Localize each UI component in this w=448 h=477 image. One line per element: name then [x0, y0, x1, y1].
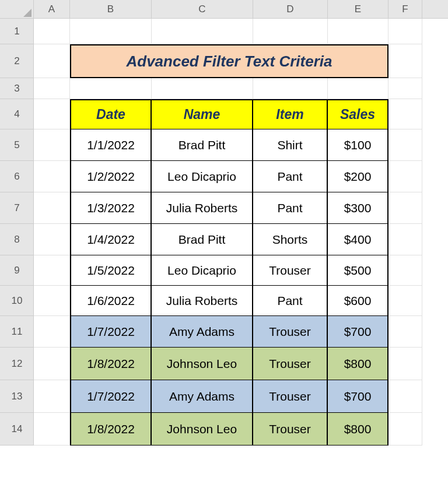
cell-B5[interactable]: 1/1/2022	[70, 129, 152, 161]
cell-F13[interactable]	[388, 380, 422, 413]
cell-F8[interactable]	[388, 224, 422, 255]
cell-A13[interactable]	[34, 380, 70, 413]
cell-D9[interactable]: Trouser	[253, 255, 328, 286]
table-header-item[interactable]: Item	[253, 99, 328, 129]
row-header-14[interactable]: 14	[0, 413, 34, 446]
cell-E6[interactable]: $200	[328, 161, 388, 192]
cell-B14[interactable]: 1/8/2022	[70, 413, 152, 446]
cell-C7[interactable]: Julia Roberts	[152, 192, 253, 224]
cell-F12[interactable]	[388, 348, 422, 380]
cell-A7[interactable]	[34, 192, 70, 224]
row-header-11[interactable]: 11	[0, 316, 34, 348]
cell-E1[interactable]	[328, 19, 388, 44]
column-header-D[interactable]: D	[253, 0, 328, 19]
cell-B13[interactable]: 1/7/2022	[70, 380, 152, 413]
cell-C1[interactable]	[152, 19, 253, 44]
cell-E14[interactable]: $800	[328, 413, 388, 446]
cell-C3[interactable]	[152, 78, 253, 99]
cell-B7[interactable]: 1/3/2022	[70, 192, 152, 224]
cell-E8[interactable]: $400	[328, 224, 388, 255]
cell-B1[interactable]	[70, 19, 152, 44]
cell-F3[interactable]	[388, 78, 422, 99]
cell-A4[interactable]	[34, 99, 70, 129]
cell-B10[interactable]: 1/6/2022	[70, 286, 152, 316]
cell-F1[interactable]	[388, 19, 422, 44]
cell-E5[interactable]: $100	[328, 129, 388, 161]
cell-F4[interactable]	[388, 99, 422, 129]
cell-D14[interactable]: Trouser	[253, 413, 328, 446]
cell-B9[interactable]: 1/5/2022	[70, 255, 152, 286]
cell-C11[interactable]: Amy Adams	[152, 316, 253, 348]
cell-E10[interactable]: $600	[328, 286, 388, 316]
cell-A5[interactable]	[34, 129, 70, 161]
cell-B6[interactable]: 1/2/2022	[70, 161, 152, 192]
row-header-13[interactable]: 13	[0, 380, 34, 413]
cell-A12[interactable]	[34, 348, 70, 380]
cell-A6[interactable]	[34, 161, 70, 192]
cell-D6[interactable]: Pant	[253, 161, 328, 192]
row-header-2[interactable]: 2	[0, 44, 34, 78]
cell-E12[interactable]: $800	[328, 348, 388, 380]
cell-D7[interactable]: Pant	[253, 192, 328, 224]
select-all-corner[interactable]	[0, 0, 34, 19]
row-header-8[interactable]: 8	[0, 224, 34, 255]
cell-E9[interactable]: $500	[328, 255, 388, 286]
cell-B11[interactable]: 1/7/2022	[70, 316, 152, 348]
cell-F11[interactable]	[388, 316, 422, 348]
cell-C14[interactable]: Johnson Leo	[152, 413, 253, 446]
title-cell[interactable]: Advanced Filter Text Criteria	[70, 44, 388, 78]
cell-C5[interactable]: Brad Pitt	[152, 129, 253, 161]
cell-D3[interactable]	[253, 78, 328, 99]
column-header-E[interactable]: E	[328, 0, 388, 19]
row-header-4[interactable]: 4	[0, 99, 34, 129]
cell-D12[interactable]: Trouser	[253, 348, 328, 380]
cell-F14[interactable]	[388, 413, 422, 446]
row-header-7[interactable]: 7	[0, 192, 34, 224]
table-header-name[interactable]: Name	[152, 99, 253, 129]
cell-E13[interactable]: $700	[328, 380, 388, 413]
column-header-C[interactable]: C	[152, 0, 253, 19]
cell-A9[interactable]	[34, 255, 70, 286]
row-header-5[interactable]: 5	[0, 129, 34, 161]
cell-F2[interactable]	[388, 44, 422, 78]
cell-F5[interactable]	[388, 129, 422, 161]
cell-D10[interactable]: Pant	[253, 286, 328, 316]
cell-F6[interactable]	[388, 161, 422, 192]
row-header-12[interactable]: 12	[0, 348, 34, 380]
cell-A1[interactable]	[34, 19, 70, 44]
cell-E11[interactable]: $700	[328, 316, 388, 348]
row-header-6[interactable]: 6	[0, 161, 34, 192]
cell-A14[interactable]	[34, 413, 70, 446]
table-header-date[interactable]: Date	[70, 99, 152, 129]
cell-A11[interactable]	[34, 316, 70, 348]
row-header-1[interactable]: 1	[0, 19, 34, 44]
row-header-9[interactable]: 9	[0, 255, 34, 286]
cell-F10[interactable]	[388, 286, 422, 316]
cell-B3[interactable]	[70, 78, 152, 99]
cell-F7[interactable]	[388, 192, 422, 224]
cell-A3[interactable]	[34, 78, 70, 99]
cell-A10[interactable]	[34, 286, 70, 316]
table-header-sales[interactable]: Sales	[328, 99, 388, 129]
cell-C8[interactable]: Brad Pitt	[152, 224, 253, 255]
cell-C6[interactable]: Leo Dicaprio	[152, 161, 253, 192]
cell-C13[interactable]: Amy Adams	[152, 380, 253, 413]
cell-A8[interactable]	[34, 224, 70, 255]
column-header-A[interactable]: A	[34, 0, 70, 19]
cell-A2[interactable]	[34, 44, 70, 78]
cell-B8[interactable]: 1/4/2022	[70, 224, 152, 255]
cell-B12[interactable]: 1/8/2022	[70, 348, 152, 380]
column-header-F[interactable]: F	[388, 0, 422, 19]
cell-C12[interactable]: Johnson Leo	[152, 348, 253, 380]
cell-E7[interactable]: $300	[328, 192, 388, 224]
cell-D8[interactable]: Shorts	[253, 224, 328, 255]
cell-D1[interactable]	[253, 19, 328, 44]
column-header-B[interactable]: B	[70, 0, 152, 19]
cell-E3[interactable]	[328, 78, 388, 99]
cell-C10[interactable]: Julia Roberts	[152, 286, 253, 316]
row-header-3[interactable]: 3	[0, 78, 34, 99]
row-header-10[interactable]: 10	[0, 286, 34, 316]
cell-D11[interactable]: Trouser	[253, 316, 328, 348]
cell-C9[interactable]: Leo Dicaprio	[152, 255, 253, 286]
cell-F9[interactable]	[388, 255, 422, 286]
